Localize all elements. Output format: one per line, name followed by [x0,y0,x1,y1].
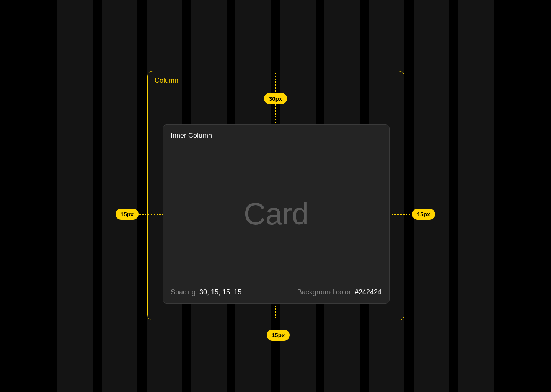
stripe [458,0,494,392]
stripe [102,0,137,392]
inner-column-card: Inner Column Card Spacing: 30, 15, 15, 1… [163,124,390,304]
measure-pill-top: 30px [264,93,287,104]
background-value: #242424 [355,288,381,296]
background-spec: Background color: #242424 [297,288,381,296]
spacing-key: Spacing: [171,288,199,296]
stripe [414,0,449,392]
stripe [57,0,93,392]
spacing-value: 30, 15, 15, 15 [199,288,241,296]
measure-line-bottom [276,304,276,320]
spacing-spec: Spacing: 30, 15, 15, 15 [171,288,241,296]
outer-column-label: Column [155,77,178,85]
measure-line-right [390,214,414,215]
card-placeholder-text: Card [244,196,308,232]
measure-pill-bottom: 15px [267,330,290,341]
background-key: Background color: [297,288,355,296]
diagram-stage: Column Inner Column Card Spacing: 30, 15… [0,0,551,392]
inner-column-label: Inner Column [171,132,212,140]
card-spec-row: Spacing: 30, 15, 15, 15 Background color… [171,288,381,296]
measure-pill-left: 15px [116,209,139,220]
measure-pill-right: 15px [412,209,435,220]
measure-line-left [138,214,163,215]
